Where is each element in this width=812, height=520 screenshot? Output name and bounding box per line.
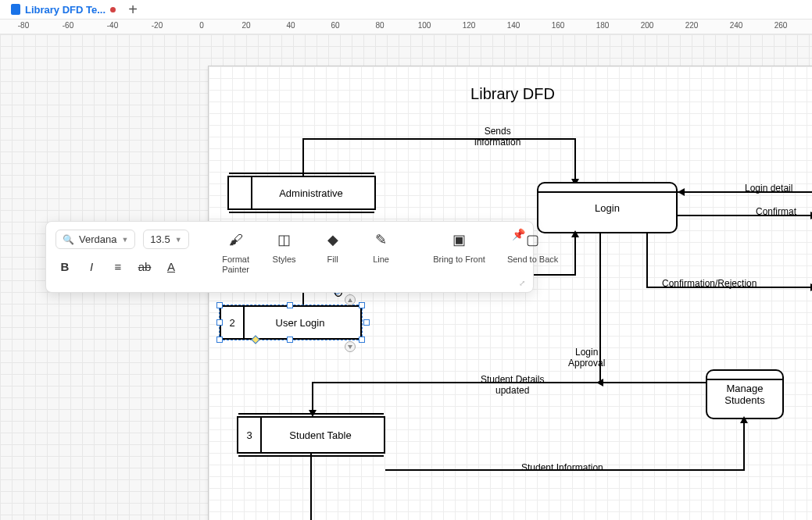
font-color-button[interactable]: A [162,257,181,276]
ruler-tick-label: 0 [192,21,211,30]
edge-label: Confirmat [756,207,796,218]
canvas[interactable]: Library DFD Administrative Sends informa… [0,34,812,520]
align-button[interactable]: ≡ [109,257,127,276]
arrowhead-icon [571,230,579,237]
selection-handle[interactable] [216,319,223,326]
edge [302,138,576,140]
send-back-icon: ▢ [523,230,543,250]
process-user-login[interactable]: 2 User Login [220,305,362,340]
edge [310,454,312,520]
ruler-tick: 220 [690,20,691,34]
selection-handle[interactable] [287,337,293,343]
paintbrush-icon: 🖌 [226,230,246,250]
page-title: Library DFD [209,85,812,103]
selection-handle[interactable] [216,302,223,308]
chevron-down-icon: ▼ [121,236,128,244]
edge [312,382,313,411]
ruler-tick: 40 [289,20,290,34]
tool-label: Send to Back [507,255,558,265]
ruler-tick-label: -80 [14,21,33,30]
send-to-back-button[interactable]: ▢ Send to Back [502,230,564,265]
ruler-tick: 140 [512,20,513,34]
bring-to-front-button[interactable]: ▣ Bring to Front [428,230,491,265]
process-student-table[interactable]: 3 Student Table [237,416,385,454]
ruler-tick: 0 [200,20,201,34]
fill-icon: ◆ [323,230,343,250]
ruler-tick-label: 140 [504,21,523,30]
entity-label: Login [595,202,620,214]
tool-label: Styles [273,255,296,265]
ruler-tick-label: 200 [638,21,656,30]
line-button[interactable]: ✎ Line [363,230,400,265]
connection-port-icon[interactable] [345,341,356,352]
process-index: 2 [221,307,243,338]
tab-title: Library DFD Te... [25,4,106,16]
tool-label: Line [373,255,389,265]
bold-button[interactable]: B [55,257,74,276]
ruler-tick-label: -60 [59,21,77,30]
tool-label: Bring to Front [433,255,485,265]
horizontal-ruler: -80-60-40-200204060801001201401601802002… [0,19,812,34]
process-label: Student Table [262,418,379,452]
italic-button[interactable]: I [82,257,101,276]
edge-label: Confirmation/Rejection [662,279,757,290]
chevron-down-icon: ▼ [175,236,182,244]
process-admin-login[interactable]: Administrative [227,176,376,210]
selection-handle[interactable] [359,302,365,308]
strikethrough-button[interactable]: ab [135,257,154,276]
arrowhead-icon [596,379,603,386]
process-index [229,177,251,208]
ruler-tick-label: 40 [281,21,300,30]
selection-handle[interactable] [216,337,223,343]
ruler-tick-label: 120 [460,21,478,30]
font-size-value: 13.5 [150,233,170,245]
arrowhead-icon [678,188,685,196]
entity-login[interactable]: Login [537,182,678,233]
tool-label: Fill [327,255,338,265]
selection-handle[interactable] [287,302,293,308]
ruler-tick: 80 [378,20,379,34]
edge-label: Login Approval [568,347,605,369]
connection-port-icon[interactable] [345,294,356,305]
ruler-tick-label: 240 [727,21,746,30]
edge [646,233,648,288]
ruler-tick-label: 80 [370,21,389,30]
entity-manage-students[interactable]: Manage Students [706,369,784,419]
shape-format-toolbar[interactable]: 🔍 Verdana ▼ 13.5 ▼ B I ≡ ab A [45,221,534,293]
ruler-tick: 160 [556,20,557,34]
font-family-select[interactable]: 🔍 Verdana ▼ [55,230,135,249]
ruler-tick: 120 [467,20,468,34]
expand-toolbar-button[interactable]: ⤢ [519,279,525,287]
styles-icon: ◫ [274,230,295,250]
ruler-tick: 240 [735,20,735,34]
ruler-tick: -20 [156,20,156,34]
ruler-tick: 100 [423,20,424,34]
ruler-tick-label: -40 [103,21,122,30]
doc-icon [11,4,20,15]
new-tab-button[interactable]: + [123,0,142,19]
edge-label: Student Details updated [481,375,544,397]
process-label: Administrative [252,177,370,208]
ruler-tick-label: -20 [148,21,166,30]
pin-toolbar-button[interactable]: 📌 [512,228,525,240]
fill-button[interactable]: ◆ Fill [314,230,352,265]
modified-indicator-icon [110,7,116,12]
ruler-tick: 180 [601,20,602,34]
font-size-select[interactable]: 13.5 ▼ [143,230,188,249]
entity-label: Manage Students [707,383,782,406]
search-icon: 🔍 [63,234,74,245]
document-tab[interactable]: Library DFD Te... [3,2,123,17]
styles-button[interactable]: ◫ Styles [266,230,303,265]
process-index: 3 [238,418,260,452]
ruler-tick: -60 [66,20,67,34]
pen-icon: ✎ [371,230,392,250]
tab-bar: Library DFD Te... + [0,0,812,19]
selection-handle[interactable] [363,319,370,326]
edge [599,382,706,383]
ruler-tick-label: 220 [682,21,701,30]
edge [574,233,576,276]
ruler-tick-label: 160 [549,21,567,30]
selection-handle[interactable] [359,337,365,343]
format-painter-button[interactable]: 🖌 Format Painter [217,230,255,274]
ruler-tick-label: 100 [415,21,434,30]
